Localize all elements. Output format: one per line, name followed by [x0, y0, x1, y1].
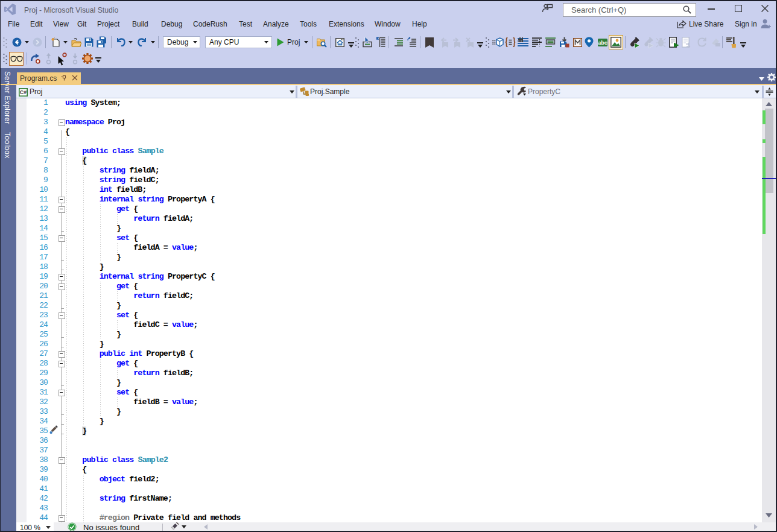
- svg-text:abc: abc: [598, 40, 607, 46]
- svg-text:C#: C#: [20, 89, 27, 95]
